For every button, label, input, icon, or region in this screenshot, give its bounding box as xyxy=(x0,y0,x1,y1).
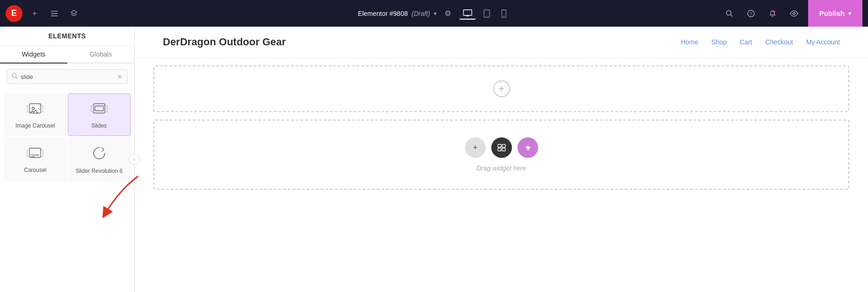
nav-myaccount[interactable]: My Account xyxy=(806,38,840,46)
mobile-view-button[interactable] xyxy=(497,7,510,20)
image-carousel-label: Image Carousel xyxy=(15,122,55,129)
carousel-icon xyxy=(27,147,44,163)
search-button[interactable] xyxy=(722,6,737,21)
slider-revolution-icon xyxy=(92,146,107,164)
search-area: ✕ xyxy=(0,64,134,90)
search-input[interactable] xyxy=(21,73,117,80)
publish-button[interactable]: Publish ▾ xyxy=(808,0,862,27)
add-widget-inline-button[interactable]: + xyxy=(465,137,486,158)
image-carousel-icon xyxy=(27,102,44,119)
svg-point-4 xyxy=(503,15,504,16)
widgets-grid: Image Carousel Slides xyxy=(0,90,134,185)
tablet-view-button[interactable] xyxy=(480,7,494,20)
title-chevron-icon[interactable]: ▾ xyxy=(434,10,437,17)
svg-rect-23 xyxy=(502,144,505,147)
clear-search-button[interactable]: ✕ xyxy=(117,73,123,80)
sidebar-title: Elements xyxy=(7,32,127,40)
add-widget-button[interactable]: + xyxy=(27,6,42,21)
template-library-button[interactable] xyxy=(491,137,512,158)
notifications-button[interactable] xyxy=(765,6,780,21)
svg-text:?: ? xyxy=(750,12,752,16)
widget-slider-revolution[interactable]: Slider Revolution 6 xyxy=(68,137,131,181)
svg-rect-25 xyxy=(502,148,505,151)
draft-label: (Draft) xyxy=(411,10,430,17)
svg-rect-0 xyxy=(463,10,472,15)
settings-panel-button[interactable] xyxy=(47,6,62,21)
search-icon xyxy=(12,73,18,80)
elementor-logo[interactable]: E xyxy=(6,5,22,22)
sidebar-tabs: Widgets Globals xyxy=(0,46,134,64)
nav-cart[interactable]: Cart xyxy=(740,38,752,46)
main-layout: Elements Widgets Globals ✕ xyxy=(0,27,868,292)
empty-section: + xyxy=(153,65,849,112)
add-section-button[interactable]: + xyxy=(493,80,510,97)
site-nav: Home Shop Cart Checkout My Account xyxy=(681,38,840,46)
svg-rect-24 xyxy=(498,148,501,151)
publish-chevron-icon: ▾ xyxy=(848,10,851,17)
slides-icon xyxy=(91,102,108,119)
top-bar-left: E + xyxy=(6,5,81,22)
sidebar: Elements Widgets Globals ✕ xyxy=(0,27,135,292)
tab-globals[interactable]: Globals xyxy=(67,46,135,64)
carousel-label: Carousel xyxy=(24,167,46,173)
search-box: ✕ xyxy=(7,69,128,84)
svg-rect-22 xyxy=(498,144,501,147)
widgets-section: Image Carousel Slides xyxy=(0,90,134,185)
svg-rect-19 xyxy=(29,148,41,157)
tab-widgets[interactable]: Widgets xyxy=(0,46,67,64)
top-bar-center: Elementor #9808 (Draft) ▾ ⚙ xyxy=(358,6,510,21)
drag-hint: Drag widget here xyxy=(476,164,526,172)
drag-widget-section: + Drag widget here xyxy=(153,120,849,190)
slides-label: Slides xyxy=(91,122,107,129)
svg-point-14 xyxy=(32,107,35,110)
drag-actions: + xyxy=(465,137,538,158)
widget-image-carousel[interactable]: Image Carousel xyxy=(4,93,67,136)
canvas-inner: DerDragon Outdoor Gear Home Shop Cart Ch… xyxy=(135,27,868,292)
sidebar-collapse-button[interactable]: ‹ xyxy=(129,154,140,165)
title-area: Elementor #9808 (Draft) ▾ xyxy=(358,10,437,17)
widget-carousel[interactable]: Carousel xyxy=(4,137,67,181)
nav-checkout[interactable]: Checkout xyxy=(765,38,793,46)
sidebar-header: Elements xyxy=(0,27,134,46)
preview-button[interactable] xyxy=(787,6,802,21)
nav-home[interactable]: Home xyxy=(681,38,698,46)
page-title: Elementor #9808 xyxy=(358,10,408,17)
widget-slides[interactable]: Slides xyxy=(68,93,131,136)
top-bar-right: ? Publish ▾ xyxy=(722,0,862,27)
svg-point-9 xyxy=(793,12,795,14)
canvas-area: DerDragon Outdoor Gear Home Shop Cart Ch… xyxy=(135,27,868,292)
svg-rect-18 xyxy=(95,106,103,111)
slider-revolution-label: Slider Revolution 6 xyxy=(75,168,123,174)
desktop-view-button[interactable] xyxy=(459,7,476,20)
svg-point-2 xyxy=(486,15,487,16)
help-button[interactable]: ? xyxy=(744,6,759,21)
ai-widget-button[interactable] xyxy=(518,137,538,158)
elementor-settings-button[interactable]: ⚙ xyxy=(440,6,455,21)
site-header: DerDragon Outdoor Gear Home Shop Cart Ch… xyxy=(135,27,868,58)
svg-point-8 xyxy=(773,10,775,13)
top-bar: E + Elementor #9808 (Draft) ▾ ⚙ xyxy=(0,0,868,27)
site-title: DerDragon Outdoor Gear xyxy=(163,36,286,48)
nav-shop[interactable]: Shop xyxy=(711,38,727,46)
layers-button[interactable] xyxy=(66,6,81,21)
